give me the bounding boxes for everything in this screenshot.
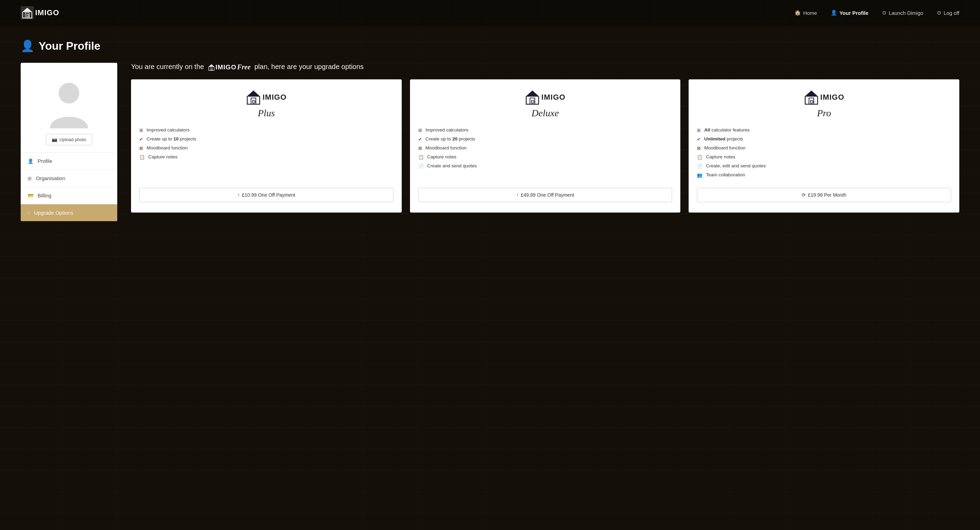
sidebar-nav: 👤 Profile ⊞ Organisation 💳 Billing ↑ Upg… [21, 153, 117, 221]
pro-feature-1: ⊞ All calculator features [697, 126, 951, 134]
plus-feature-4: 📋 Capture notes [139, 153, 393, 161]
plan-card-deluxe: D IMIGO Deluxe ⊞ Improved calculators ✔ … [410, 79, 681, 212]
nav-log-off[interactable]: ⊙ Log off [937, 10, 959, 16]
sidebar-item-billing[interactable]: 💳 Billing [21, 187, 117, 204]
upgrade-nav-icon: ↑ [28, 210, 30, 216]
plus-logo-text: IMIGO [262, 93, 286, 102]
billing-nav-icon: 💳 [28, 193, 33, 198]
upgrade-heading: You are currently on the D IMIGO Free pl… [131, 63, 959, 71]
plan-cards: D IMIGO Plus ⊞ Improved calculators ✔ Cr… [131, 79, 959, 212]
notes-icon: 📋 [139, 155, 145, 160]
upload-photo-button[interactable]: 📷 Upload photo [46, 134, 92, 145]
notes-icon-p: 📋 [697, 155, 702, 160]
deluxe-feature-3: ⊠ Moodboard function [418, 144, 672, 153]
upgrade-heading-text: You are currently on the D IMIGO Free pl… [131, 63, 364, 71]
sidebar-card: 📷 Upload photo 👤 Profile ⊞ Organisation … [21, 63, 117, 221]
check-icon-d: ✔ [418, 137, 422, 142]
check-icon-p: ✔ [697, 137, 701, 142]
svg-text:D: D [252, 99, 256, 105]
pro-cta: ⟳ £19.99 Per Month [697, 188, 951, 202]
svg-text:D: D [810, 99, 813, 105]
svg-marker-15 [526, 91, 539, 97]
logo-text: IMIGO [35, 8, 59, 17]
nav-launch-dimigo[interactable]: ⊙ Launch Dimigo [882, 10, 923, 16]
pro-logo-icon: D [804, 90, 819, 105]
svg-point-5 [59, 83, 79, 104]
deluxe-features: ⊞ Improved calculators ✔ Create up to 20… [418, 126, 672, 171]
pro-logo-text: IMIGO [820, 93, 845, 102]
profile-nav-icon: 👤 [28, 158, 33, 164]
plus-logo: D IMIGO [246, 90, 286, 105]
nav-your-profile[interactable]: 👤 Your Profile [831, 10, 868, 16]
plus-cta: ↑ £10.99 One Off Payment [139, 188, 393, 202]
pro-feature-4: 📋 Capture notes [697, 153, 951, 161]
svg-marker-11 [247, 91, 260, 97]
deluxe-feature-2: ✔ Create up to 20 projects [418, 134, 672, 144]
deluxe-logo-text: IMIGO [541, 93, 566, 102]
deluxe-feature-5: 📄 Create and send quotes [418, 161, 672, 171]
pro-logo: D IMIGO [804, 90, 845, 105]
deluxe-feature-1: ⊞ Improved calculators [418, 126, 672, 134]
plan-card-plus: D IMIGO Plus ⊞ Improved calculators ✔ Cr… [131, 79, 402, 212]
svg-text:D: D [26, 13, 30, 18]
pro-plan-name: Pro [817, 108, 831, 119]
plus-feature-2: ✔ Create up to 10 projects [139, 134, 393, 144]
plus-feature-1: ⊞ Improved calculators [139, 126, 393, 134]
team-icon-p: 👥 [697, 172, 702, 178]
moodboard-icon-p: ⊠ [697, 145, 701, 151]
svg-marker-7 [208, 64, 214, 67]
pro-feature-2: ✔ Unlimited projects [697, 134, 951, 144]
sidebar-item-organisation[interactable]: ⊞ Organisation [21, 170, 117, 187]
avatar-silhouette [48, 80, 90, 128]
svg-text:D: D [211, 68, 212, 70]
pro-feature-6: 👥 Team collaboration [697, 171, 951, 179]
page-title: 👤 Your Profile [21, 39, 959, 53]
plus-features: ⊞ Improved calculators ✔ Create up to 10… [139, 126, 393, 161]
moodboard-icon: ⊠ [139, 145, 143, 151]
quotes-icon-p: 📄 [697, 164, 702, 169]
profile-icon: 👤 [831, 10, 837, 16]
deluxe-cta-button[interactable]: ↑ £49.99 One Off Payment [418, 188, 672, 202]
check-icon: ✔ [139, 137, 143, 142]
logoff-icon: ⊙ [937, 10, 941, 16]
moodboard-icon-d: ⊠ [418, 145, 422, 151]
launch-icon: ⊙ [882, 10, 886, 16]
free-plan-logo: D IMIGO Free [208, 63, 251, 71]
plus-cta-icon: ↑ [238, 192, 240, 198]
avatar-placeholder [41, 73, 97, 128]
deluxe-feature-4: 📋 Capture notes [418, 153, 672, 161]
notes-icon-d: 📋 [418, 155, 424, 160]
plus-plan-name: Plus [258, 108, 275, 119]
sidebar-item-profile[interactable]: 👤 Profile [21, 153, 117, 170]
camera-icon: 📷 [52, 137, 57, 142]
deluxe-cta: ↑ £49.99 One Off Payment [418, 188, 672, 202]
pro-feature-5: 📄 Create, edit and send quotes [697, 161, 951, 171]
pro-cta-icon: ⟳ [802, 192, 806, 198]
logo-icon: D [21, 6, 34, 19]
svg-marker-19 [805, 91, 818, 97]
nav-links: 🏠 Home 👤 Your Profile ⊙ Launch Dimigo ⊙ … [794, 10, 959, 16]
plan-card-pro: D IMIGO Pro ⊞ All calculator features ✔ … [689, 79, 959, 212]
main-content: 👤 Your Profile 📷 Upload photo [0, 26, 980, 242]
sidebar-item-upgrade-options[interactable]: ↑ Upgrade Options [21, 204, 117, 221]
page-title-icon: 👤 [21, 39, 35, 53]
right-content: You are currently on the D IMIGO Free pl… [131, 63, 959, 212]
deluxe-logo: D IMIGO [525, 90, 566, 105]
pro-cta-button[interactable]: ⟳ £19.99 Per Month [697, 188, 951, 202]
deluxe-cta-icon: ↑ [516, 192, 519, 198]
plus-logo-icon: D [246, 90, 261, 105]
plus-cta-button[interactable]: ↑ £10.99 One Off Payment [139, 188, 393, 202]
pro-feature-3: ⊠ Moodboard function [697, 144, 951, 153]
svg-text:D: D [531, 99, 535, 105]
home-icon: 🏠 [794, 10, 801, 16]
logo[interactable]: D IMIGO [21, 6, 59, 19]
calc-icon-p: ⊞ [697, 128, 701, 133]
plus-feature-3: ⊠ Moodboard function [139, 144, 393, 153]
nav-home[interactable]: 🏠 Home [794, 10, 817, 16]
main-nav: D IMIGO 🏠 Home 👤 Your Profile ⊙ Launch D… [0, 0, 980, 26]
calc-icon: ⊞ [139, 128, 143, 133]
free-logo-house-icon: D [208, 64, 215, 71]
avatar-section: 📷 Upload photo [21, 63, 117, 153]
org-nav-icon: ⊞ [28, 176, 32, 181]
pro-features: ⊞ All calculator features ✔ Unlimited pr… [697, 126, 951, 179]
